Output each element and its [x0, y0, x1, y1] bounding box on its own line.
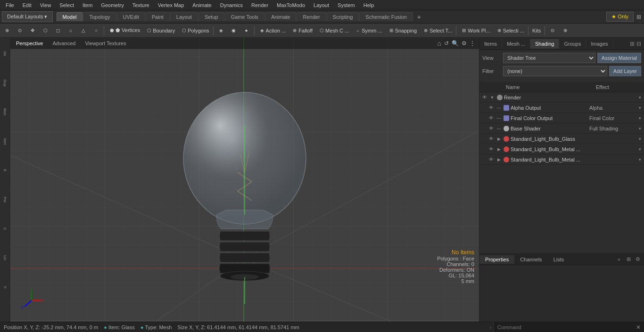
menu-edit[interactable]: Edit [19, 1, 35, 9]
tool-rotate[interactable]: ⬡ [39, 25, 51, 36]
symm-btn[interactable]: ⬦ Symm ... [352, 25, 384, 36]
tab-schematic-fusion[interactable]: Schematic Fusion [359, 12, 413, 21]
tree-row-base[interactable]: 👁 — Base Shader Full Shading ▾ [479, 123, 644, 134]
eye-base[interactable]: 👁 [487, 124, 495, 133]
vp-icon-more[interactable]: ⋮ [470, 40, 475, 47]
prop-tab-properties[interactable]: Properties [479, 255, 514, 264]
arrow-glass[interactable]: ▾ [636, 136, 643, 142]
shader-tree[interactable]: 👁 ▼ Render ▾ 👁 — Alpha Output Alpha ▾ 👁 … [479, 92, 644, 253]
tree-row-metal2[interactable]: 👁 ▶ Standard_Light_Bulb_Metal ... ▾ [479, 154, 644, 165]
sidebar-item-vert[interactable]: Vert [1, 127, 9, 155]
falloff-btn[interactable]: ⊕ Falloff [289, 25, 315, 36]
sidebar-item-dup[interactable]: Dup [1, 69, 9, 97]
tool-select-2[interactable]: ⊙ [14, 25, 26, 36]
eye-metal2[interactable]: 👁 [487, 155, 495, 164]
arrow-base[interactable]: ▾ [636, 125, 643, 132]
tool-t8[interactable]: ○ [90, 25, 102, 36]
vp-tab-advanced[interactable]: Advanced [50, 40, 77, 47]
rp-tab-images[interactable]: Images [586, 39, 613, 49]
arrow-alpha[interactable]: ▾ [636, 105, 643, 111]
expand-glass[interactable]: ▶ [495, 136, 502, 142]
vp-tab-viewport-textures[interactable]: Viewport Textures [83, 40, 128, 47]
eye-alpha[interactable]: 👁 [487, 104, 495, 112]
eye-glass[interactable]: 👁 [487, 135, 495, 143]
menu-render[interactable]: Render [248, 1, 272, 9]
vp-icon-search[interactable]: 🔍 [452, 40, 459, 47]
selecti-btn[interactable]: ⊕ Selecti ... [493, 25, 527, 36]
view-select[interactable]: Shader Tree [503, 53, 595, 63]
vp-icon-settings[interactable]: ⚙ [462, 40, 467, 47]
tool-t6[interactable]: ⌂ [65, 25, 77, 36]
tab-scripting[interactable]: Scripting [327, 12, 359, 21]
tab-model[interactable]: Model [57, 12, 83, 21]
expand-base[interactable]: — [495, 125, 502, 132]
tab-setup[interactable]: Setup [198, 12, 224, 21]
tree-row-render[interactable]: 👁 ▼ Render ▾ [479, 92, 644, 103]
command-input[interactable] [494, 324, 634, 330]
vp-icon-home[interactable]: ⌂ [438, 40, 441, 47]
viewport[interactable]: Perspective Advanced Viewport Textures ⌂… [10, 38, 479, 322]
rp-tab-shading[interactable]: Shading [530, 39, 559, 49]
rp-more-icon[interactable]: ⊟ [636, 40, 641, 47]
expand-metal2[interactable]: ▶ [495, 156, 502, 163]
expand-alpha[interactable]: — [495, 105, 502, 111]
sidebar-item-c[interactable]: C [1, 215, 9, 243]
sidebar-item-uv[interactable]: UV [1, 244, 9, 272]
vertices-btn[interactable]: ⬟ ⬟ Vertices [106, 25, 142, 36]
action-btn[interactable]: ◈ Action ... [256, 25, 289, 36]
prop-tab-lists[interactable]: Lists [548, 255, 570, 264]
tree-row-final[interactable]: 👁 — Final Color Output Final Color ▾ [479, 113, 644, 123]
prop-expand-btn[interactable]: ⊞ [624, 255, 633, 264]
expand-final[interactable]: — [495, 115, 502, 121]
vp-icon-refresh[interactable]: ↺ [444, 40, 449, 47]
menu-layout[interactable]: Layout [310, 1, 333, 9]
meshc-btn[interactable]: ⬡ Mesh C ... [315, 25, 351, 36]
menu-file[interactable]: File [2, 1, 18, 9]
menu-vertex-map[interactable]: Vertex Map [154, 1, 188, 9]
tab-topology[interactable]: Topology [83, 12, 116, 21]
expand-render[interactable]: ▼ [489, 94, 495, 101]
rp-tab-mesh[interactable]: Mesh ... [502, 39, 530, 49]
t12-btn[interactable]: ⊕ [559, 25, 571, 36]
kits-btn[interactable]: Kits [530, 25, 543, 36]
menu-dynamics[interactable]: Dynamics [216, 1, 247, 9]
snapping-btn[interactable]: ⊞ Snapping [385, 25, 420, 36]
eye-render[interactable]: 👁 [480, 93, 489, 102]
tool-select-1[interactable]: ⊕ [1, 25, 13, 36]
only-btn[interactable]: ★ Only [606, 12, 634, 22]
tree-row-glass[interactable]: 👁 ▶ Standard_Light_Bulb_Glass ▾ [479, 134, 644, 144]
sidebar-item-pol[interactable]: Pol [1, 186, 9, 214]
tool-move[interactable]: ✥ [26, 25, 39, 36]
arrow-metal1[interactable]: ▾ [636, 146, 643, 153]
prop-settings-btn[interactable]: ⚙ [634, 255, 642, 264]
sidebar-item-de[interactable]: De [1, 40, 9, 68]
arrow-final[interactable]: ▾ [636, 115, 643, 121]
t9-btn[interactable]: ◉ [228, 25, 240, 36]
workpl-btn[interactable]: ⊞ Work Pl... [458, 25, 492, 36]
menu-maxtomodo[interactable]: MaxToModo [273, 1, 309, 9]
tree-row-metal1[interactable]: 👁 ▶ Standard_Light_Bulb_Metal ... ▾ [479, 144, 644, 154]
tab-game-tools[interactable]: Game Tools [225, 12, 265, 21]
menu-help[interactable]: Help [360, 1, 378, 9]
tab-layout[interactable]: Layout [170, 12, 198, 21]
prop-add-btn[interactable]: + [615, 255, 623, 264]
sidebar-item-e[interactable]: E [1, 156, 9, 185]
add-layer-btn[interactable]: Add Layer [609, 66, 641, 76]
menu-animate[interactable]: Animate [189, 1, 215, 9]
vp-tab-perspective[interactable]: Perspective [14, 40, 45, 47]
expand-icon[interactable]: ⊞ [634, 12, 644, 22]
default-layouts-btn[interactable]: Default Layouts ▾ [2, 11, 53, 22]
polygons-btn[interactable]: ⬡ Polygons [178, 25, 211, 36]
eye-metal1[interactable]: 👁 [487, 145, 495, 154]
rp-tab-groups[interactable]: Groups [559, 39, 586, 49]
assign-material-btn[interactable]: Assign Material [597, 53, 641, 63]
selectt-btn[interactable]: ⊕ Select T... [420, 25, 454, 36]
edge-btn[interactable]: ◈ [215, 25, 227, 36]
menu-item[interactable]: Item [79, 1, 96, 9]
boundary-btn[interactable]: ⬠ Boundary [143, 25, 177, 36]
menu-geometry[interactable]: Geometry [97, 1, 127, 9]
tool-scale[interactable]: ◻ [52, 25, 64, 36]
tab-uvedit[interactable]: UVEdit [117, 12, 145, 21]
tab-animate[interactable]: Animate [265, 12, 296, 21]
filter-select[interactable]: (none) [503, 66, 607, 76]
